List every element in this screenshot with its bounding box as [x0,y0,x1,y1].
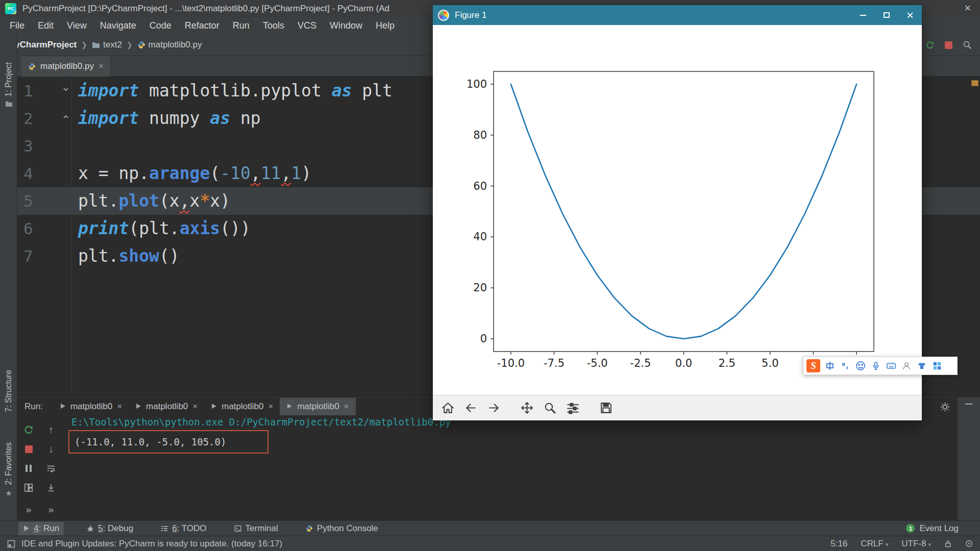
project-label: 1: Project [4,62,13,97]
run-tab-2[interactable]: matplotlib0× [129,398,204,415]
mic-icon[interactable] [870,360,881,371]
menu-tools[interactable]: Tools [256,17,291,34]
close-icon[interactable]: × [192,402,198,412]
search-icon[interactable] [963,40,972,49]
menu-view[interactable]: View [60,17,93,34]
unfold-chevron-icon[interactable] [62,113,69,120]
gear-icon[interactable] [940,402,950,412]
grid-icon[interactable] [932,360,943,371]
close-icon[interactable]: × [117,402,122,412]
encoding-widget[interactable]: UTF-8▾ [901,539,931,549]
zhong-icon[interactable] [824,360,836,371]
punct-icon[interactable] [840,360,851,371]
save-button[interactable] [595,397,617,419]
restore-layout-button[interactable] [22,482,35,494]
menu-window[interactable]: Window [323,17,369,34]
rerun-button[interactable] [22,423,35,436]
toolwindow-python-console[interactable]: Python Console [301,522,383,535]
forward-button[interactable] [483,397,504,419]
toolwindow-terminal[interactable]: Terminal [230,522,283,535]
pause-button[interactable] [22,462,35,474]
sidebar-item-project[interactable]: 1: Project [0,62,17,107]
close-icon[interactable]: × [99,61,104,71]
stop-button[interactable] [22,443,35,455]
code-token: import [78,81,149,101]
menu-run[interactable]: Run [226,17,256,34]
update-project-icon[interactable] [925,40,935,49]
fold-chevron-icon[interactable] [62,86,69,93]
menu-refactor[interactable]: Refactor [178,17,226,34]
code-token: ) [301,163,311,183]
code-token: () [159,246,180,266]
up-stack-trace-button[interactable]: ↑ [45,423,57,436]
menu-vcs[interactable]: VCS [291,17,323,34]
sidebar-item-structure[interactable]: 7: Structure [0,370,17,412]
toolwindow-run[interactable]: 4: Run [18,522,64,535]
sidebar-item-favorites[interactable]: 2: Favorites ★ [0,442,17,498]
window-title: PyCharmProject [D:\PyCharmProject] - ...… [22,4,389,14]
breadcrumb-folder[interactable]: text2 [92,40,122,50]
event-log-label: Event Log [919,523,959,534]
caret-position[interactable]: 5:16 [830,539,847,549]
subplots-button[interactable] [562,397,583,419]
sogou-logo-icon[interactable]: S [806,359,820,372]
close-icon[interactable]: × [268,402,273,412]
breadcrumb-project[interactable]: PyCharmProject [9,40,77,50]
run-config-icon [60,402,66,412]
keyboard-icon[interactable] [886,360,897,371]
code-token: show [118,246,159,266]
figure-canvas[interactable]: -10.0-7.5-5.0-2.50.02.55.07.510.00204060… [433,25,922,395]
star-icon: ★ [5,489,12,498]
code-token: x [78,163,99,183]
debug-icon [87,525,94,532]
zoom-button[interactable] [539,397,560,419]
close-icon[interactable]: × [344,402,349,412]
shirt-icon[interactable] [916,360,927,371]
code-token: arange [149,163,210,183]
run-tab-4[interactable]: matplotlib0× [280,398,355,415]
line-number-5: 5 [17,187,71,215]
breadcrumb-file[interactable]: matplotlib0.py [137,40,202,50]
line-separator-widget[interactable]: CRLF▾ [861,539,888,549]
run-tab-1[interactable]: matplotlib0× [53,398,129,415]
scroll-to-end-button[interactable] [45,482,57,494]
indicator-icon[interactable] [965,540,973,547]
toolwindow-toggle-icon[interactable] [7,540,15,548]
svg-text:0.0: 0.0 [675,357,692,369]
menu-file[interactable]: File [3,17,31,34]
down-stack-trace-button[interactable]: ↓ [45,443,57,455]
smiley-icon[interactable] [855,360,866,371]
window-close-button[interactable]: × [964,2,971,15]
menu-edit[interactable]: Edit [31,17,60,34]
menu-navigate[interactable]: Navigate [93,17,143,34]
pan-button[interactable] [516,397,537,419]
favorites-label: 2: Favorites [4,442,13,485]
hide-panel-button[interactable] [965,404,972,405]
lock-icon[interactable] [944,540,952,548]
close-button[interactable]: × [898,5,922,25]
stop-icon[interactable] [945,41,952,49]
input-method-bar[interactable]: S [803,357,958,375]
minimize-button[interactable] [851,5,875,25]
terminal-icon [234,525,241,532]
menu-help[interactable]: Help [369,17,401,34]
figure-titlebar[interactable]: Figure 1 × [433,5,922,25]
tab-matplotlib0[interactable]: matplotlib0.py × [21,56,111,77]
back-button[interactable] [460,397,481,419]
maximize-button[interactable] [875,5,898,25]
menu-code[interactable]: Code [143,17,178,34]
event-log-button[interactable]: 1 Event Log [906,523,959,534]
toolwindow-label: 5: Debug [98,523,133,534]
code-token: import [78,108,149,128]
toolwindow-todo[interactable]: 6: TODO [156,522,211,535]
soft-wrap-button[interactable] [45,462,57,474]
more-actions-right[interactable]: » [45,503,57,515]
home-button[interactable] [437,397,458,419]
status-message[interactable]: IDE and Plugin Updates: PyCharm is ready… [21,539,282,549]
more-actions-left[interactable]: » [22,503,35,515]
run-tab-3[interactable]: matplotlib0× [204,398,280,415]
pycharm-logo-icon: PC [5,3,16,14]
toolwindow-debug[interactable]: 5: Debug [82,522,138,535]
person-icon[interactable] [901,360,912,371]
tab-label: matplotlib0.py [40,61,94,71]
